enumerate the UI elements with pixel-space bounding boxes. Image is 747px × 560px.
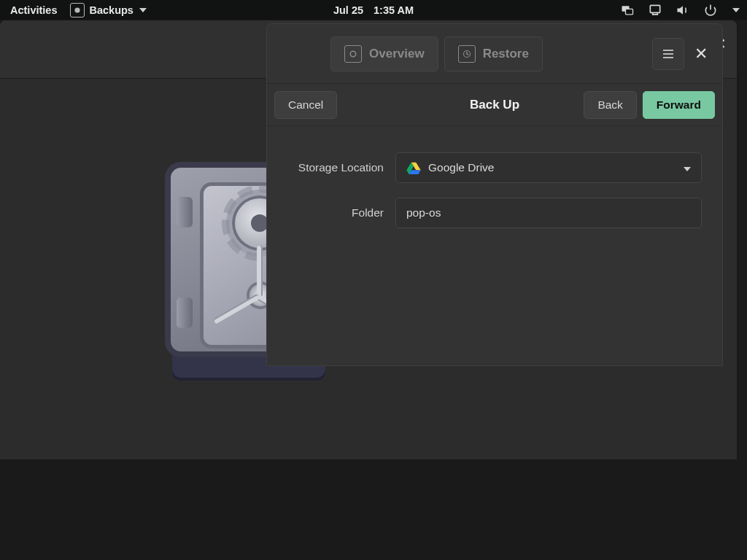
tab-restore[interactable]: Restore: [444, 36, 543, 71]
dialog-tab-bar: Overview Restore ✕: [267, 24, 722, 84]
svg-rect-3: [650, 5, 659, 12]
clock-date: Jul 25: [333, 4, 363, 16]
hamburger-menu-button[interactable]: [652, 38, 684, 70]
folder-input[interactable]: pop-os: [395, 198, 702, 228]
folder-label: Folder: [287, 206, 395, 219]
cancel-button[interactable]: Cancel: [274, 91, 337, 119]
dialog-body: Storage Location Google Drive Folder pop…: [267, 126, 722, 228]
svg-rect-7: [663, 53, 673, 55]
folder-value: pop-os: [406, 206, 441, 219]
hamburger-icon: [662, 47, 675, 61]
network-wired-icon[interactable]: [648, 3, 662, 18]
dialog-close-button[interactable]: ✕: [684, 44, 713, 63]
dialog-title: Back Up: [470, 98, 519, 112]
system-menu-chevron-icon[interactable]: [731, 8, 740, 12]
back-button[interactable]: Back: [584, 91, 636, 119]
storage-location-label: Storage Location: [287, 161, 395, 174]
svg-rect-6: [663, 50, 673, 51]
restore-icon: [458, 45, 476, 63]
chevron-down-icon: [139, 8, 147, 12]
workspace-indicator-icon[interactable]: [620, 3, 635, 18]
app-menu-label: Backups: [89, 4, 133, 16]
dialog-action-bar: Cancel Back Up Back Forward: [267, 84, 722, 126]
tab-restore-label: Restore: [483, 47, 529, 61]
google-drive-icon: [406, 162, 421, 174]
svg-rect-8: [663, 57, 673, 58]
storage-location-value: Google Drive: [428, 161, 494, 174]
clock-time: 1:35 AM: [374, 4, 414, 16]
app-menu-button[interactable]: Backups: [67, 3, 149, 18]
svg-point-4: [350, 51, 356, 57]
svg-point-0: [75, 7, 80, 12]
tab-overview[interactable]: Overview: [330, 36, 438, 71]
gnome-top-bar: Activities Backups Jul 25 1:35 AM: [0, 0, 747, 20]
overview-icon: [344, 45, 362, 63]
svg-rect-2: [626, 9, 633, 14]
storage-location-combobox[interactable]: Google Drive: [395, 152, 702, 183]
backups-app-icon: [70, 3, 85, 18]
power-icon[interactable]: [703, 3, 718, 18]
clock-button[interactable]: Jul 25 1:35 AM: [333, 4, 414, 16]
chevron-down-icon: [682, 161, 691, 174]
activities-button[interactable]: Activities: [3, 4, 67, 16]
tab-overview-label: Overview: [369, 47, 425, 61]
volume-icon[interactable]: [676, 3, 690, 18]
backup-wizard-dialog: Overview Restore ✕ Cancel Back Up Back F…: [266, 23, 723, 366]
forward-button[interactable]: Forward: [643, 91, 715, 119]
